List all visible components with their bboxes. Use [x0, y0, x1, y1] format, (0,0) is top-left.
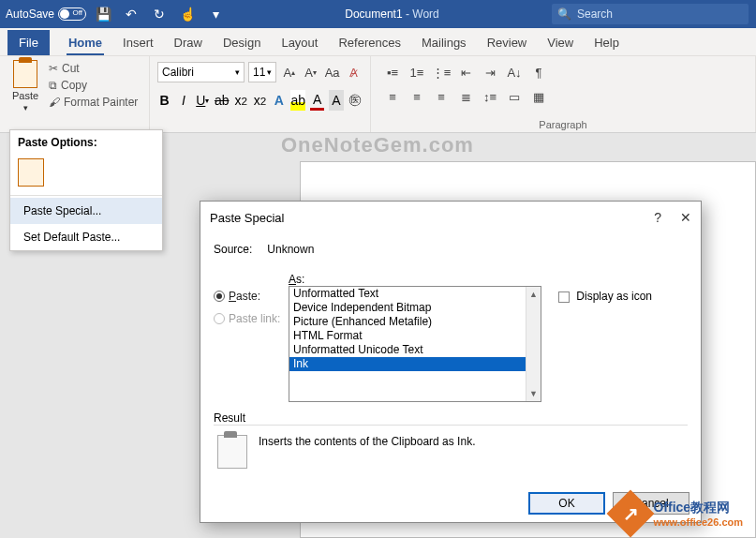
- paragraph-label: Paragraph: [371, 119, 755, 130]
- tab-layout[interactable]: Layout: [279, 30, 319, 55]
- align-center-button[interactable]: ≡: [407, 86, 427, 107]
- brush-icon: 🖌: [49, 96, 60, 109]
- tab-view[interactable]: View: [545, 30, 575, 55]
- highlight-button[interactable]: ab: [290, 90, 305, 111]
- tab-draw[interactable]: Draw: [172, 30, 204, 55]
- align-right-button[interactable]: ≡: [431, 86, 452, 107]
- display-as-icon-checkbox[interactable]: Display as icon: [558, 290, 652, 303]
- dialog-close-button[interactable]: ✕: [680, 210, 691, 225]
- format-painter-button[interactable]: 🖌Format Painter: [49, 96, 138, 109]
- show-marks-button[interactable]: ¶: [528, 62, 549, 82]
- scissors-icon: ✂: [49, 62, 58, 75]
- subscript-button[interactable]: x2: [234, 90, 248, 111]
- paste-button[interactable]: Paste ▾: [7, 60, 43, 112]
- qat-customize-icon[interactable]: ▾: [204, 3, 227, 25]
- undo-icon[interactable]: ↶: [120, 3, 142, 25]
- dialog-title: Paste Special: [210, 211, 285, 225]
- line-spacing-button[interactable]: ↕≡: [480, 86, 500, 107]
- result-label: Result: [214, 411, 688, 425]
- numbering-button[interactable]: 1≡: [407, 62, 427, 82]
- decrease-indent-button[interactable]: ⇤: [455, 62, 476, 82]
- font-group: Calibri▾ 11▾ A▴ A▾ Aa A̷ B I U▾ ab x2 x2…: [150, 56, 371, 132]
- list-item[interactable]: Device Independent Bitmap: [289, 301, 541, 315]
- underline-button[interactable]: U▾: [196, 90, 210, 111]
- list-item[interactable]: HTML Format: [289, 329, 541, 343]
- paste-link-radio: Paste link:: [214, 312, 289, 325]
- paragraph-group: ▪≡ 1≡ ⋮≡ ⇤ ⇥ A↓ ¶ ≡ ≡ ≡ ≣ ↕≡ ▭ ▦ Paragra…: [371, 56, 756, 132]
- chevron-down-icon: ▾: [23, 103, 28, 112]
- listbox-scrollbar[interactable]: ▲ ▼: [526, 287, 541, 401]
- window-title: Document1 - Word: [232, 7, 552, 21]
- keep-source-icon[interactable]: [18, 158, 44, 187]
- ribbon: Paste ▾ ✂Cut ⧉Copy 🖌Format Painter Calib…: [0, 56, 756, 133]
- tab-home[interactable]: Home: [67, 30, 104, 55]
- office-badge-icon: ↗: [607, 490, 655, 538]
- sort-button[interactable]: A↓: [504, 62, 525, 82]
- as-listbox[interactable]: Unformatted Text Device Independent Bitm…: [289, 286, 541, 402]
- result-text: Inserts the contents of the Clipboard as…: [259, 435, 475, 448]
- tab-design[interactable]: Design: [221, 30, 262, 55]
- search-input[interactable]: 🔍 Search: [552, 4, 749, 24]
- align-left-button[interactable]: ≡: [382, 86, 403, 107]
- list-item-selected[interactable]: Ink: [289, 357, 541, 371]
- shading-button[interactable]: ▭: [504, 86, 525, 107]
- paste-options-menu: Paste Options: Paste Special... Set Defa…: [9, 129, 163, 251]
- autosave-label: AutoSave: [6, 7, 54, 21]
- tab-mailings[interactable]: Mailings: [420, 30, 468, 55]
- paste-radio[interactable]: Paste:: [214, 290, 289, 303]
- clipboard-result-icon: [217, 435, 247, 469]
- font-color-button[interactable]: A: [310, 90, 324, 111]
- autosave-toggle[interactable]: AutoSave Off: [6, 7, 86, 21]
- enclose-button[interactable]: ㊩: [348, 90, 363, 111]
- save-icon[interactable]: 💾: [92, 3, 114, 25]
- grow-font-button[interactable]: A▴: [280, 62, 298, 82]
- font-name-combo[interactable]: Calibri▾: [157, 62, 245, 82]
- tab-review[interactable]: Review: [485, 30, 529, 55]
- shrink-font-button[interactable]: A▾: [302, 62, 319, 82]
- increase-indent-button[interactable]: ⇥: [480, 62, 500, 82]
- strike-button[interactable]: ab: [215, 90, 230, 111]
- paste-special-dialog: Paste Special ? ✕ Source: Unknown Paste:…: [200, 201, 702, 523]
- borders-button[interactable]: ▦: [528, 86, 549, 107]
- tab-references[interactable]: References: [336, 30, 402, 55]
- bullets-button[interactable]: ▪≡: [382, 62, 403, 82]
- list-item[interactable]: Picture (Enhanced Metafile): [289, 315, 541, 329]
- clipboard-group: Paste ▾ ✂Cut ⧉Copy 🖌Format Painter: [0, 56, 150, 132]
- watermark-text: OneNoteGem.com: [281, 133, 474, 157]
- cut-button[interactable]: ✂Cut: [49, 62, 138, 75]
- bold-button[interactable]: B: [157, 90, 171, 111]
- redo-icon[interactable]: ↻: [148, 3, 170, 25]
- paste-special-menuitem[interactable]: Paste Special...: [10, 198, 162, 224]
- list-item[interactable]: Unformatted Text: [289, 287, 541, 301]
- ribbon-tabs: File Home Insert Draw Design Layout Refe…: [0, 28, 756, 56]
- copy-icon: ⧉: [49, 79, 57, 92]
- search-placeholder: Search: [577, 7, 613, 21]
- char-shading-button[interactable]: A: [329, 90, 343, 111]
- italic-button[interactable]: I: [176, 90, 190, 111]
- list-item[interactable]: Unformatted Unicode Text: [289, 343, 541, 357]
- corner-watermark: ↗ Office教程网 www.office26.com: [614, 497, 743, 531]
- checkbox-icon: [558, 291, 570, 303]
- paste-icon: [13, 60, 37, 88]
- ok-button[interactable]: OK: [528, 492, 605, 515]
- superscript-button[interactable]: x2: [253, 90, 267, 111]
- dialog-help-button[interactable]: ?: [654, 210, 661, 225]
- search-icon: 🔍: [557, 7, 571, 21]
- scroll-down-icon[interactable]: ▼: [526, 386, 541, 401]
- tab-help[interactable]: Help: [592, 30, 621, 55]
- paste-options-header: Paste Options:: [10, 130, 162, 155]
- change-case-button[interactable]: Aa: [323, 62, 341, 82]
- justify-button[interactable]: ≣: [455, 86, 476, 107]
- title-bar: AutoSave Off 💾 ↶ ↻ ☝ ▾ Document1 - Word …: [0, 0, 756, 28]
- multilevel-button[interactable]: ⋮≡: [431, 62, 452, 82]
- text-effects-button[interactable]: A: [272, 90, 286, 111]
- touch-mode-icon[interactable]: ☝: [176, 3, 199, 25]
- clear-format-button[interactable]: A̷: [345, 62, 363, 82]
- radio-unchecked-icon: [214, 313, 225, 324]
- copy-button[interactable]: ⧉Copy: [49, 79, 138, 92]
- set-default-paste-menuitem[interactable]: Set Default Paste...: [10, 224, 162, 250]
- tab-insert[interactable]: Insert: [121, 30, 156, 55]
- font-size-combo[interactable]: 11▾: [248, 62, 276, 82]
- tab-file[interactable]: File: [7, 30, 50, 55]
- scroll-up-icon[interactable]: ▲: [526, 287, 541, 302]
